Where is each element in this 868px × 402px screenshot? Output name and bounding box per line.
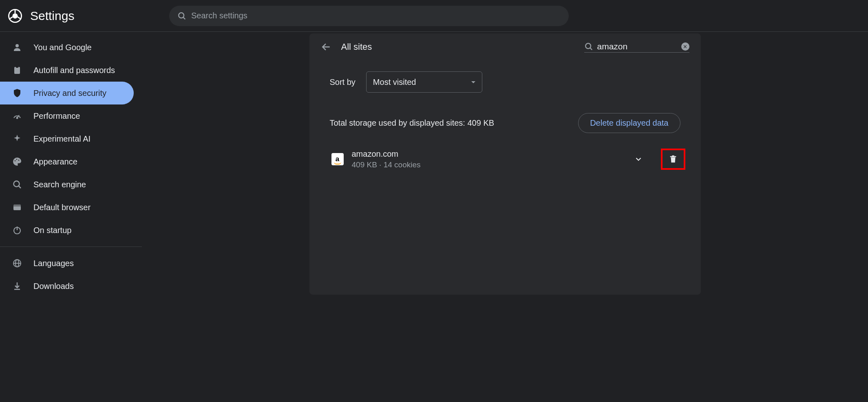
sidebar-item-label: Downloads bbox=[33, 282, 74, 291]
trash-icon bbox=[669, 155, 678, 164]
card-header-left: All sites bbox=[321, 42, 372, 52]
speedometer-icon bbox=[12, 111, 22, 121]
sidebar-item-label: Languages bbox=[33, 259, 74, 268]
sort-row: Sort by Most visited bbox=[309, 60, 701, 93]
sidebar-item-on-startup[interactable]: On startup bbox=[0, 219, 134, 242]
globe-icon bbox=[12, 258, 22, 268]
page-title: All sites bbox=[341, 42, 372, 52]
sidebar[interactable]: You and Google Autofill and passwords Pr… bbox=[0, 32, 142, 402]
app-title: Settings bbox=[30, 9, 74, 23]
svg-rect-27 bbox=[672, 155, 674, 156]
back-arrow-icon[interactable] bbox=[321, 42, 331, 52]
svg-rect-15 bbox=[13, 204, 21, 207]
site-meta: 409 KB · 14 cookies bbox=[352, 160, 622, 169]
sidebar-item-autofill[interactable]: Autofill and passwords bbox=[0, 59, 134, 82]
site-info: amazon.com 409 KB · 14 cookies bbox=[352, 149, 622, 169]
sort-value: Most visited bbox=[373, 78, 416, 87]
delete-site-button[interactable] bbox=[667, 153, 680, 166]
sidebar-item-privacy[interactable]: Privacy and security bbox=[0, 82, 134, 104]
sidebar-item-label: Performance bbox=[33, 111, 80, 121]
svg-point-11 bbox=[18, 160, 20, 161]
sidebar-item-label: Autofill and passwords bbox=[33, 66, 115, 75]
chevron-down-icon bbox=[471, 81, 475, 83]
search-icon bbox=[584, 42, 593, 51]
person-icon bbox=[12, 42, 22, 52]
card-header: All sites ✕ bbox=[309, 33, 701, 60]
sidebar-item-experimental-ai[interactable]: Experimental AI bbox=[0, 127, 134, 150]
power-icon bbox=[12, 225, 22, 235]
sidebar-item-label: On startup bbox=[33, 226, 71, 235]
svg-rect-5 bbox=[14, 67, 20, 74]
sidebar-item-languages[interactable]: Languages bbox=[0, 252, 134, 275]
delete-site-highlight bbox=[661, 149, 685, 170]
sidebar-item-default-browser[interactable]: Default browser bbox=[0, 196, 134, 219]
clear-search-icon[interactable]: ✕ bbox=[681, 42, 689, 51]
storage-text: Total storage used by displayed sites: 4… bbox=[330, 118, 495, 128]
site-row[interactable]: a amazon.com 409 KB · 14 cookies bbox=[309, 141, 701, 177]
site-search-input[interactable] bbox=[597, 42, 677, 51]
clipboard-icon bbox=[12, 65, 22, 75]
global-search[interactable] bbox=[169, 6, 569, 26]
search-icon bbox=[12, 180, 22, 189]
sidebar-divider bbox=[0, 247, 142, 247]
sort-label: Sort by bbox=[330, 78, 356, 87]
svg-line-25 bbox=[590, 48, 592, 50]
sidebar-item-label: Search engine bbox=[33, 180, 86, 189]
svg-line-3 bbox=[183, 17, 186, 19]
sidebar-item-label: Default browser bbox=[33, 203, 91, 212]
svg-point-9 bbox=[15, 160, 16, 162]
global-search-input[interactable] bbox=[191, 11, 561, 20]
sparkle-icon bbox=[12, 134, 22, 144]
sidebar-item-label: Appearance bbox=[33, 157, 77, 167]
svg-point-12 bbox=[14, 181, 20, 187]
sidebar-item-appearance[interactable]: Appearance bbox=[0, 150, 134, 173]
sort-dropdown[interactable]: Most visited bbox=[366, 71, 482, 93]
svg-rect-6 bbox=[16, 66, 18, 68]
delete-displayed-data-button[interactable]: Delete displayed data bbox=[578, 113, 680, 133]
app-header: Settings bbox=[0, 0, 868, 32]
sidebar-item-performance[interactable]: Performance bbox=[0, 104, 134, 127]
svg-point-4 bbox=[15, 44, 19, 47]
search-icon bbox=[177, 11, 186, 20]
palette-icon bbox=[12, 157, 22, 167]
sidebar-item-search-engine[interactable]: Search engine bbox=[0, 173, 134, 196]
sidebar-item-you-and-google[interactable]: You and Google bbox=[0, 36, 134, 59]
site-favicon-icon: a bbox=[331, 153, 344, 165]
settings-card: All sites ✕ Sort by Most visited Total s… bbox=[309, 33, 701, 295]
site-search[interactable]: ✕ bbox=[584, 41, 689, 53]
storage-row: Total storage used by displayed sites: 4… bbox=[309, 93, 701, 141]
svg-point-8 bbox=[17, 118, 18, 119]
sidebar-item-downloads[interactable]: Downloads bbox=[0, 275, 134, 298]
svg-point-2 bbox=[179, 13, 184, 18]
svg-line-13 bbox=[19, 186, 21, 188]
svg-point-10 bbox=[16, 159, 18, 160]
browser-icon bbox=[12, 202, 22, 212]
chevron-down-icon bbox=[634, 155, 643, 164]
chrome-logo-icon bbox=[8, 9, 22, 23]
svg-point-1 bbox=[13, 13, 18, 18]
expand-site-button[interactable] bbox=[630, 151, 647, 168]
shield-icon bbox=[12, 88, 22, 98]
svg-point-24 bbox=[585, 43, 591, 49]
sidebar-item-label: Experimental AI bbox=[33, 134, 91, 144]
main-content: All sites ✕ Sort by Most visited Total s… bbox=[142, 32, 868, 402]
sidebar-item-label: You and Google bbox=[33, 43, 92, 52]
sidebar-item-label: Privacy and security bbox=[33, 89, 106, 98]
download-icon bbox=[12, 281, 22, 291]
header-left: Settings bbox=[8, 9, 169, 23]
site-name: amazon.com bbox=[352, 149, 622, 159]
